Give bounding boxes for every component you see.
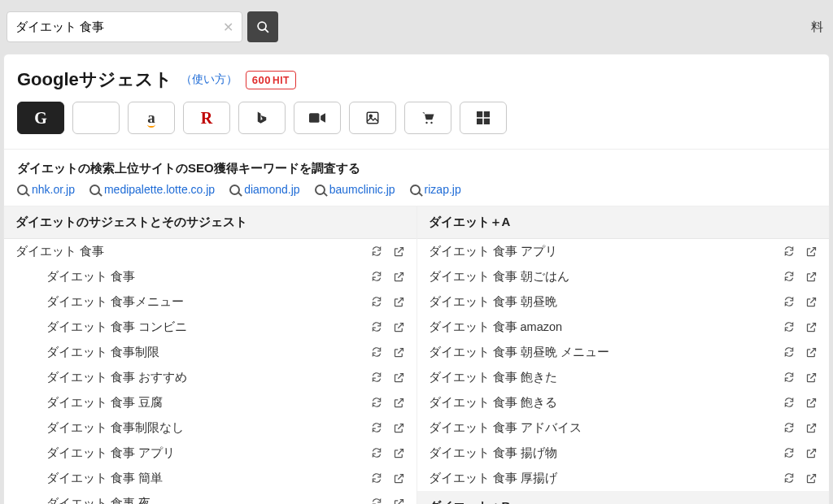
keyword-text[interactable]: ダイエット 食事 朝昼晩 (429, 294, 783, 310)
amazon-icon: a (147, 109, 155, 127)
external-link-icon[interactable] (393, 422, 405, 434)
external-link-icon[interactable] (393, 271, 405, 283)
svg-line-1 (264, 28, 268, 32)
keyword-text[interactable]: ダイエット 食事 amazon (429, 319, 783, 335)
refresh-icon[interactable] (783, 447, 796, 459)
external-link-icon[interactable] (805, 296, 818, 308)
seo-site-link[interactable]: diamond.jp (229, 183, 300, 196)
refresh-icon[interactable] (370, 271, 383, 283)
refresh-icon[interactable] (783, 397, 796, 409)
external-link-icon[interactable] (393, 472, 405, 484)
external-link-icon[interactable] (393, 346, 405, 358)
provider-shopping[interactable] (404, 102, 451, 134)
title-row: Googleサジェスト （使い方） 600HIT (4, 54, 829, 102)
keyword-text[interactable]: ダイエット 食事 飽きる (429, 395, 783, 411)
keyword-text[interactable]: ダイエット 食事メニュー (46, 294, 370, 310)
row-actions (783, 321, 818, 333)
rakuten-icon: R (201, 109, 212, 128)
refresh-icon[interactable] (783, 245, 796, 258)
external-link-icon[interactable] (393, 245, 405, 258)
external-link-icon[interactable] (393, 371, 405, 384)
external-link-icon[interactable] (805, 346, 818, 358)
refresh-icon[interactable] (783, 472, 796, 484)
keyword-text[interactable]: ダイエット 食事 アプリ (46, 445, 370, 461)
external-link-icon[interactable] (393, 447, 405, 459)
row-actions (783, 371, 818, 384)
external-link-icon[interactable] (805, 245, 818, 258)
keyword-text[interactable]: ダイエット 食事 厚揚げ (429, 471, 783, 486)
search-input[interactable] (15, 20, 220, 34)
provider-amazon[interactable]: a (128, 102, 175, 134)
provider-google[interactable]: G (17, 102, 64, 134)
keyword-text[interactable]: ダイエット 食事 簡単 (46, 471, 370, 486)
keyword-text[interactable]: ダイエット 食事 朝昼晩 メニュー (429, 345, 783, 360)
keyword-text[interactable]: ダイエット 食事 夜 (46, 496, 370, 504)
keyword-text[interactable]: ダイエット 食事 (46, 269, 370, 285)
svg-rect-9 (477, 119, 482, 124)
refresh-icon[interactable] (783, 371, 796, 384)
refresh-icon[interactable] (783, 321, 796, 333)
keyword-text[interactable]: ダイエット 食事 朝ごはん (429, 269, 783, 285)
search-button[interactable] (247, 11, 278, 42)
external-link-icon[interactable] (805, 271, 818, 283)
seo-site-link[interactable]: medipalette.lotte.co.jp (89, 183, 215, 196)
external-link-icon[interactable] (393, 296, 405, 308)
keyword-row: ダイエット 食事制限なし (4, 415, 416, 441)
external-link-icon[interactable] (393, 321, 405, 333)
keyword-text[interactable]: ダイエット 食事 アプリ (429, 244, 783, 259)
image-icon (365, 111, 380, 125)
refresh-icon[interactable] (370, 397, 383, 409)
provider-image[interactable] (349, 102, 396, 134)
provider-rakuten[interactable]: R (183, 102, 230, 134)
clear-icon[interactable]: ✕ (220, 20, 237, 35)
refresh-icon[interactable] (370, 422, 383, 434)
row-actions (783, 296, 818, 308)
seo-site-link[interactable]: rizap.jp (410, 183, 461, 196)
keyword-text[interactable]: ダイエット 食事 豆腐 (46, 395, 370, 411)
refresh-icon[interactable] (370, 245, 383, 258)
refresh-icon[interactable] (783, 271, 796, 283)
search-box: ✕ (7, 11, 242, 42)
svg-rect-8 (484, 111, 490, 117)
row-actions (370, 296, 405, 308)
keyword-text[interactable]: ダイエット 食事 アドバイス (429, 420, 783, 436)
external-link-icon[interactable] (805, 397, 818, 409)
external-link-icon[interactable] (393, 397, 405, 409)
refresh-icon[interactable] (370, 371, 383, 384)
keyword-row: ダイエット 食事 アドバイス (417, 415, 830, 441)
refresh-icon[interactable] (370, 346, 383, 358)
provider-video[interactable] (294, 102, 341, 134)
search-icon (229, 185, 240, 195)
keyword-text[interactable]: ダイエット 食事 コンビニ (46, 319, 370, 335)
seo-site-link[interactable]: baumclinic.jp (315, 183, 395, 196)
external-link-icon[interactable] (393, 497, 405, 504)
keyword-text[interactable]: ダイエット 食事 おすすめ (46, 370, 370, 385)
refresh-icon[interactable] (783, 346, 796, 358)
refresh-icon[interactable] (370, 447, 383, 459)
refresh-icon[interactable] (370, 321, 383, 333)
external-link-icon[interactable] (805, 422, 818, 434)
refresh-icon[interactable] (370, 497, 383, 504)
seo-title: ダイエットの検索上位サイトのSEO獲得キーワードを調査する (17, 161, 816, 176)
refresh-icon[interactable] (783, 296, 796, 308)
keyword-text[interactable]: ダイエット 食事 飽きた (429, 370, 783, 385)
keyword-text[interactable]: ダイエット 食事 (15, 244, 370, 259)
provider-youtube[interactable] (72, 102, 120, 134)
usage-link[interactable]: （使い方） (181, 72, 238, 87)
refresh-icon[interactable] (370, 472, 383, 484)
external-link-icon[interactable] (805, 371, 818, 384)
external-link-icon[interactable] (805, 447, 818, 459)
keyword-text[interactable]: ダイエット 食事制限 (46, 345, 370, 360)
external-link-icon[interactable] (805, 472, 818, 484)
external-link-icon[interactable] (805, 321, 818, 333)
row-actions (783, 422, 818, 434)
refresh-icon[interactable] (783, 422, 796, 434)
refresh-icon[interactable] (370, 296, 383, 308)
keyword-text[interactable]: ダイエット 食事 揚げ物 (429, 445, 783, 461)
seo-sites: nhk.or.jpmedipalette.lotte.co.jpdiamond.… (17, 183, 816, 196)
provider-windows[interactable] (460, 102, 507, 134)
provider-bing[interactable] (238, 102, 286, 134)
seo-site-link[interactable]: nhk.or.jp (17, 183, 75, 196)
left-column-header: ダイエットのサジェストとそのサジェスト (4, 206, 416, 239)
keyword-text[interactable]: ダイエット 食事制限なし (46, 420, 370, 436)
